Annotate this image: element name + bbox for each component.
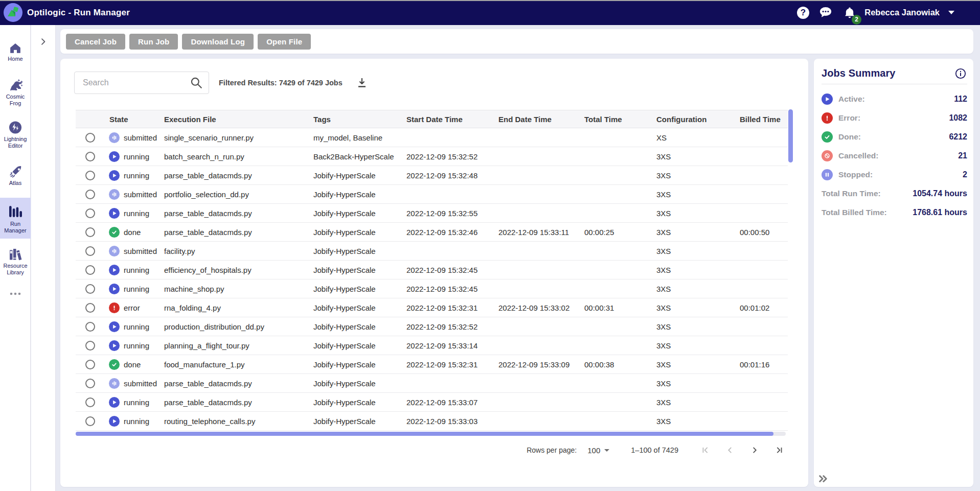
row-select-radio[interactable] — [85, 190, 95, 199]
secondary-panel-strip — [31, 25, 56, 491]
column-header-end-date-time[interactable]: End Date Time — [498, 115, 584, 124]
cell-tags: Jobify-HyperScale — [313, 247, 406, 255]
sidebar-item-home[interactable]: Home — [0, 42, 31, 62]
summary-stat-value: 1082 — [949, 113, 967, 123]
table-row[interactable]: runningparse_table_datacmds.pyJobify-Hyp… — [76, 393, 788, 412]
state-text: submitted — [124, 247, 157, 255]
summary-stat-row: Cancelled:21 — [822, 146, 967, 165]
table-row[interactable]: runningrouting_telephone_calls.pyJobify-… — [76, 412, 788, 431]
open-file-button[interactable]: Open File — [258, 34, 311, 50]
row-select-radio[interactable] — [85, 227, 95, 237]
row-select-radio[interactable] — [85, 284, 95, 294]
collapse-panel-icon[interactable] — [817, 474, 829, 483]
state-icon-running — [109, 416, 120, 427]
cell-configuration: 3XS — [656, 417, 740, 426]
user-name[interactable]: Rebecca Janowiak — [864, 8, 940, 17]
sidebar-item-lightning-editor[interactable]: LightningEditor — [0, 121, 31, 149]
notifications-button[interactable]: 2 — [843, 6, 856, 19]
user-menu-caret-icon[interactable] — [948, 11, 954, 14]
sidebar-item-run-manager[interactable]: RunManager — [0, 198, 31, 239]
cell-tags: Jobify-HyperScale — [313, 285, 406, 293]
state-text: running — [124, 266, 149, 274]
column-header-start-date-time[interactable]: Start Date Time — [406, 115, 498, 124]
help-button[interactable]: ? — [796, 6, 810, 19]
state-text: submitted — [124, 379, 157, 388]
search-icon[interactable] — [190, 76, 203, 89]
info-icon[interactable] — [955, 68, 966, 79]
horizontal-scrollbar-track[interactable] — [76, 432, 786, 436]
table-row[interactable]: runningplanning_a_flight_tour.pyJobify-H… — [76, 336, 788, 355]
last-page-button[interactable] — [772, 443, 786, 457]
cell-execution-file: facility.py — [164, 247, 313, 255]
state-text: running — [124, 417, 149, 426]
column-header-state[interactable]: State — [104, 115, 164, 124]
row-select-radio[interactable] — [85, 416, 95, 426]
row-select-radio[interactable] — [85, 398, 95, 407]
next-page-button[interactable] — [748, 443, 761, 457]
state-icon-done — [109, 227, 120, 238]
row-select-radio[interactable] — [85, 360, 95, 369]
table-row[interactable]: runningproduction_distribution_dd.pyJobi… — [76, 317, 788, 336]
row-select-radio[interactable] — [85, 133, 95, 143]
row-select-radio[interactable] — [85, 322, 95, 332]
rows-per-page-value: 100 — [587, 446, 600, 455]
cancel-job-button[interactable]: Cancel Job — [66, 34, 125, 50]
row-select-radio[interactable] — [85, 152, 95, 161]
table-row[interactable]: runningefficiency_of_hospitals.pyJobify-… — [76, 261, 788, 279]
row-select-radio[interactable] — [85, 171, 95, 180]
table-row[interactable]: runningmachine_shop.pyJobify-HyperScale2… — [76, 279, 788, 298]
table-row[interactable]: errorrna_folding_4.pyJobify-HyperScale20… — [76, 298, 788, 317]
table-row[interactable]: submittedparse_table_datacmds.pyJobify-H… — [76, 374, 788, 393]
table-row[interactable]: donefood_manufacture_1.pyJobify-HyperSca… — [76, 355, 788, 374]
sidebar-item-cosmic-frog[interactable]: CosmicFrog — [0, 78, 31, 106]
running-state-glyph — [111, 172, 118, 179]
sidebar-item-atlas[interactable]: Atlas — [0, 165, 31, 186]
cell-configuration: 3XS — [656, 303, 740, 312]
run-job-button[interactable]: Run Job — [129, 34, 178, 50]
column-header-tags[interactable]: Tags — [313, 115, 406, 124]
pagination-range: 1–100 of 7429 — [631, 446, 678, 454]
submitted-state-glyph — [111, 248, 118, 254]
table-row[interactable]: submittedfacility.pyJobify-HyperScale3XS — [76, 242, 788, 261]
chat-button[interactable] — [819, 6, 832, 19]
summary-total-label: Total Billed Time: — [822, 208, 887, 217]
cell-start-date-time: 2022-12-09 15:32:46 — [406, 228, 498, 237]
notification-badge: 2 — [852, 15, 861, 25]
search-box — [74, 72, 209, 94]
vertical-scrollbar[interactable] — [788, 109, 793, 162]
previous-page-button[interactable] — [723, 443, 737, 457]
table-row[interactable]: runningparse_table_datacmds.pyJobify-Hyp… — [76, 204, 788, 223]
column-header-billed-time[interactable]: Billed Time — [740, 115, 788, 124]
sidebar-item-more[interactable] — [0, 287, 31, 301]
cell-tags: Jobify-HyperScale — [313, 360, 406, 369]
table-row[interactable]: runningbatch_search_n_run.pyBack2Back-Hy… — [76, 147, 788, 166]
cell-billed-time: 00:01:02 — [740, 303, 788, 312]
rows-per-page-select[interactable]: 100 — [587, 446, 609, 455]
summary-total-value: 1054.74 hours — [913, 189, 967, 198]
row-select-radio[interactable] — [85, 265, 95, 275]
done-state-glyph — [824, 133, 831, 141]
download-log-button[interactable]: Download Log — [182, 34, 254, 50]
row-select-radio[interactable] — [85, 246, 95, 256]
state-icon-running — [109, 170, 120, 181]
download-icon[interactable] — [356, 77, 368, 89]
column-header-execution-file[interactable]: Execution File — [164, 115, 313, 124]
expand-panel-button[interactable] — [38, 36, 49, 46]
row-select-radio[interactable] — [85, 379, 95, 388]
main-content: Cancel JobRun JobDownload LogOpen File F… — [56, 25, 980, 491]
row-select-radio[interactable] — [85, 208, 95, 218]
chat-icon — [819, 6, 832, 19]
column-header-total-time[interactable]: Total Time — [584, 115, 656, 124]
table-row[interactable]: submittedportfolio_selection_dd.pyJobify… — [76, 185, 788, 204]
first-page-button[interactable] — [699, 443, 712, 457]
column-header-configuration[interactable]: Configuration — [656, 115, 740, 124]
row-select-radio[interactable] — [85, 303, 95, 313]
table-row[interactable]: submittedsingle_scenario_runner.pymy_mod… — [76, 128, 788, 147]
running-state-glyph — [111, 418, 118, 425]
search-input[interactable] — [75, 78, 190, 87]
table-row[interactable]: runningparse_table_datacmds.pyJobify-Hyp… — [76, 166, 788, 185]
row-select-radio[interactable] — [85, 341, 95, 350]
sidebar-item-resource-library[interactable]: ResourceLibrary — [0, 247, 31, 275]
table-row[interactable]: doneparse_table_datacmds.pyJobify-HyperS… — [76, 223, 788, 242]
horizontal-scrollbar-thumb[interactable] — [76, 432, 773, 436]
